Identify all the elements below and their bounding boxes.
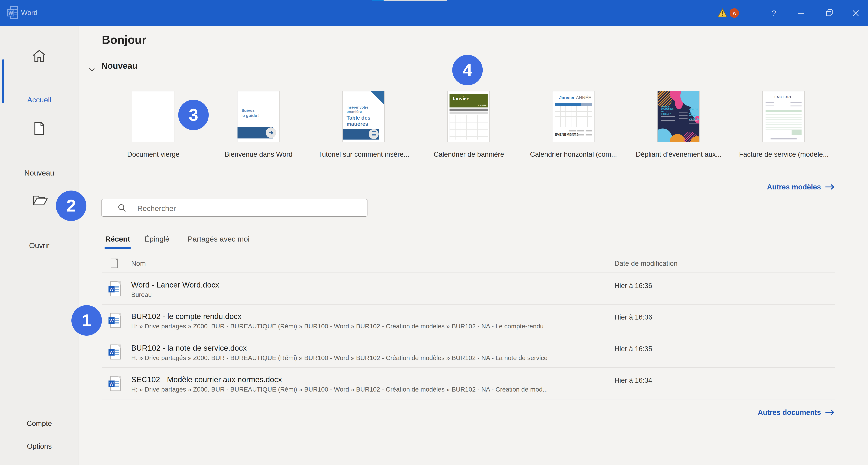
- more-documents-label: Autres documents: [758, 408, 821, 416]
- more-documents-link[interactable]: Autres documents: [102, 408, 835, 416]
- new-document-icon: [31, 121, 47, 138]
- template-event-flyer[interactable]: COMMENT COMMENCER AVEC CE MODÈLE ? NOM D…: [657, 91, 700, 142]
- document-name: BUR102 - la note de service.docx: [131, 343, 247, 352]
- invoice-title: FACTURE: [763, 95, 804, 98]
- document-location: H: » Drive partagés » Z000. BUR - BUREAU…: [131, 386, 548, 393]
- sidebar: Accueil Nouveau Ouvrir Compte Options: [0, 26, 79, 465]
- word-app-icon: W: [7, 6, 19, 22]
- screen: W Word A ?: [0, 0, 868, 465]
- calendar-grid: [450, 115, 488, 140]
- template-horizontal-calendar[interactable]: Janvier ANNÉE ÉVÉNEMENTS: [552, 91, 595, 142]
- svg-text:W: W: [8, 10, 13, 16]
- maximize-button[interactable]: [820, 0, 839, 26]
- close-button[interactable]: [846, 0, 865, 26]
- warning-icon[interactable]: [713, 0, 732, 26]
- text-lines: [679, 112, 687, 119]
- template-label: Dépliant d’évènement aux...: [629, 151, 728, 158]
- document-row[interactable]: W SEC102 - Modèle courrier aux normes.do…: [102, 368, 835, 399]
- calendar-header-weekend: [581, 103, 592, 106]
- word-start-window: W Word A ?: [0, 0, 868, 465]
- document-list: W Word - Lancer Word.docx Bureau Hier à …: [102, 272, 835, 399]
- main-content: Bonjour Nouveau Suivez le guide ! ➜ Insé…: [79, 26, 868, 465]
- chevron-down-icon[interactable]: [89, 64, 95, 74]
- document-row[interactable]: W BUR102 - la note de service.docx H: » …: [102, 336, 835, 368]
- template-welcome-word[interactable]: Suivez le guide ! ➜: [237, 91, 280, 142]
- arrow-right-icon: [825, 409, 835, 415]
- top-edge-light-strip: [383, 0, 447, 1]
- sidebar-item-compte[interactable]: Compte: [0, 419, 79, 428]
- home-icon: [31, 48, 47, 66]
- template-label: Calendrier horizontal (com...: [524, 151, 623, 158]
- column-header-modified[interactable]: Date de modification: [615, 260, 678, 268]
- document-row[interactable]: W BUR102 - le compte rendu.docx H: » Dri…: [102, 305, 835, 336]
- minimize-button[interactable]: [792, 0, 811, 26]
- document-location: H: » Drive partagés » Z000. BUR - BUREAU…: [131, 323, 544, 330]
- annotation-badge-3: 3: [178, 100, 209, 130]
- tab-pinned[interactable]: Épinglé: [145, 235, 169, 243]
- tab-shared[interactable]: Partagés avec moi: [188, 235, 250, 243]
- document-name: BUR102 - le compte rendu.docx: [131, 312, 242, 321]
- document-location: Bureau: [131, 291, 152, 298]
- tab-recent[interactable]: Récent: [105, 235, 130, 243]
- template-label: Facture de service (modèle...: [734, 151, 834, 158]
- column-header-name[interactable]: Nom: [131, 260, 146, 268]
- template-preview-text: Insérer votre première: [346, 105, 369, 115]
- calendar-banner-header: Janvier ANNÉE: [450, 94, 488, 107]
- template-preview-title: Table des matières: [346, 115, 372, 127]
- word-file-icon: W: [108, 281, 121, 296]
- text-lines: [790, 101, 802, 108]
- calendar-gray-bar: [450, 109, 488, 111]
- document-row[interactable]: W Word - Lancer Word.docx Bureau Hier à …: [102, 273, 835, 304]
- new-section-title[interactable]: Nouveau: [101, 61, 137, 71]
- document-modified: Hier à 16:36: [615, 282, 652, 290]
- search-icon: [118, 204, 126, 212]
- flyer-heading: NOM DE LA SÉRIE D’ÉVÈNEMENTS: [689, 108, 699, 120]
- template-blank-document[interactable]: [132, 91, 175, 142]
- active-tab-underline: [105, 247, 131, 249]
- document-modified: Hier à 16:36: [615, 314, 652, 321]
- arrow-right-icon: ➜: [266, 127, 276, 138]
- text-lines: [771, 137, 797, 140]
- more-templates-label: Autres modèles: [767, 183, 821, 191]
- calendar-grid: [555, 106, 592, 127]
- text-lines: [661, 114, 675, 122]
- document-name: Word - Lancer Word.docx: [131, 280, 219, 289]
- document-modified: Hier à 16:34: [615, 377, 652, 384]
- more-templates-link[interactable]: Autres modèles: [102, 183, 835, 191]
- corner-fold: [371, 91, 384, 105]
- text-lines: [689, 120, 698, 123]
- invoice-totals: [792, 130, 802, 135]
- invoice-rows: [766, 114, 802, 132]
- top-edge-accent-strip: [372, 0, 383, 1]
- account-avatar[interactable]: A: [730, 8, 739, 18]
- text-lines: [766, 101, 774, 107]
- sidebar-item-options[interactable]: Options: [0, 442, 79, 451]
- page-title: Bonjour: [102, 33, 146, 47]
- text-lines: [578, 130, 584, 138]
- template-label: Document vierge: [103, 151, 203, 158]
- calendar-title: Janvier ANNÉE: [559, 95, 591, 100]
- annotation-badge-2: 2: [56, 191, 86, 221]
- document-modified: Hier à 16:35: [615, 345, 652, 353]
- annotation-badge-1: 1: [71, 305, 102, 336]
- sidebar-item-label: Accueil: [0, 96, 79, 104]
- template-label: Tutoriel sur comment insére...: [314, 151, 413, 158]
- text-lines: [586, 130, 592, 138]
- word-file-icon: W: [108, 376, 121, 391]
- insert-doc-icon: [369, 129, 379, 139]
- template-banner-calendar[interactable]: Janvier ANNÉE: [447, 91, 490, 142]
- template-tutorial-toc[interactable]: Insérer votre première Table des matière…: [342, 91, 385, 142]
- word-file-icon: W: [108, 313, 121, 328]
- annotation-badge-4: 4: [452, 55, 483, 85]
- word-file-icon: W: [108, 345, 121, 359]
- text-lines: [569, 130, 576, 138]
- search-input[interactable]: [136, 200, 360, 216]
- help-button[interactable]: ?: [765, 0, 783, 26]
- search-box: [101, 199, 368, 216]
- template-service-invoice[interactable]: FACTURE: [762, 91, 805, 142]
- title-bar: W Word A ?: [0, 0, 868, 26]
- file-icon: [111, 259, 118, 268]
- open-folder-icon: [31, 193, 47, 210]
- app-title: Word: [21, 9, 37, 17]
- arrow-right-icon: [825, 184, 835, 190]
